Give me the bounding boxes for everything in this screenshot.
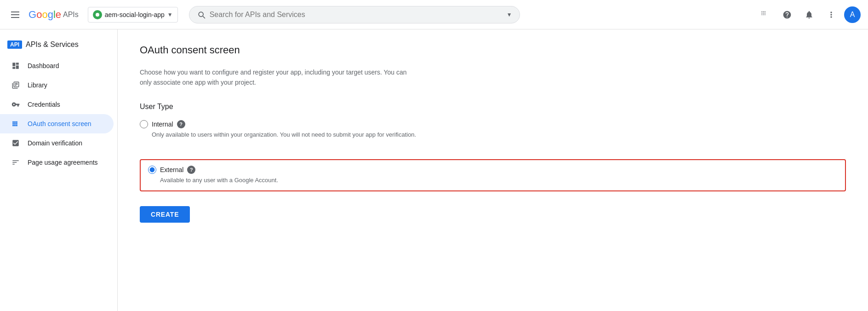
internal-radio[interactable]: [140, 120, 148, 128]
page-description: Choose how you want to configure and reg…: [140, 67, 416, 88]
domain-icon: [11, 139, 20, 147]
main-content: OAuth consent screen Choose how you want…: [118, 29, 868, 311]
hamburger-menu[interactable]: [7, 8, 23, 22]
search-icon: [197, 10, 206, 19]
sidebar-item-library[interactable]: Library: [0, 75, 114, 95]
help-icon[interactable]: [778, 6, 796, 24]
search-chevron-icon: ▼: [507, 12, 512, 18]
google-logo: Google APIs: [29, 9, 79, 21]
user-type-radio-group: Internal ? Only available to users withi…: [140, 120, 846, 191]
sidebar-item-oauth[interactable]: OAuth consent screen: [0, 114, 114, 133]
topbar: Google APIs aem-social-login-app ▼ ▼: [0, 0, 868, 29]
create-button[interactable]: CREATE: [140, 206, 190, 223]
sidebar-title: APIs & Services: [26, 40, 79, 49]
external-description: Available to any user with a Google Acco…: [148, 176, 838, 185]
external-label: External: [160, 166, 183, 173]
page-title: OAuth consent screen: [140, 44, 846, 56]
sidebar-item-library-label: Library: [28, 81, 47, 89]
external-radio[interactable]: [148, 166, 156, 174]
internal-option: Internal ? Only available to users withi…: [140, 120, 846, 139]
external-help-icon[interactable]: ?: [187, 166, 195, 174]
sidebar-item-domain-label: Domain verification: [28, 139, 82, 147]
sidebar-item-dashboard[interactable]: Dashboard: [0, 56, 114, 75]
oauth-icon: [11, 120, 20, 128]
section-label: User Type: [140, 103, 846, 111]
search-input[interactable]: [210, 11, 507, 19]
external-option: External ? Available to any user with a …: [148, 166, 838, 185]
search-bar[interactable]: ▼: [189, 6, 520, 23]
api-badge: API: [7, 40, 22, 49]
internal-help-icon[interactable]: ?: [177, 120, 185, 128]
sidebar: API APIs & Services Dashboard: [0, 29, 118, 311]
external-option-box: External ? Available to any user with a …: [140, 159, 846, 191]
sidebar-item-oauth-label: OAuth consent screen: [28, 120, 91, 127]
internal-label: Internal: [152, 121, 173, 128]
more-icon[interactable]: [822, 6, 840, 24]
sidebar-item-page-usage[interactable]: Page usage agreements: [0, 153, 114, 172]
sidebar-header: API APIs & Services: [0, 33, 117, 52]
apps-icon[interactable]: [756, 6, 774, 24]
credentials-icon: [11, 100, 20, 109]
sidebar-item-credentials[interactable]: Credentials: [0, 95, 114, 114]
avatar[interactable]: A: [844, 6, 861, 23]
sidebar-nav: Dashboard Library Credentials: [0, 56, 117, 172]
library-icon: [11, 81, 20, 89]
dashboard-icon: [11, 62, 20, 70]
sidebar-item-page-usage-label: Page usage agreements: [28, 159, 98, 166]
sidebar-item-credentials-label: Credentials: [28, 101, 60, 108]
project-dot-icon: [93, 10, 102, 19]
project-name: aem-social-login-app: [105, 11, 165, 18]
sidebar-item-domain[interactable]: Domain verification: [0, 133, 114, 153]
project-selector[interactable]: aem-social-login-app ▼: [88, 7, 178, 23]
sidebar-item-dashboard-label: Dashboard: [28, 62, 59, 69]
internal-description: Only available to users within your orga…: [140, 130, 846, 139]
topbar-actions: A: [756, 6, 861, 24]
page-usage-icon: [11, 158, 20, 167]
chevron-down-icon: ▼: [167, 12, 173, 18]
bell-icon[interactable]: [800, 6, 818, 24]
